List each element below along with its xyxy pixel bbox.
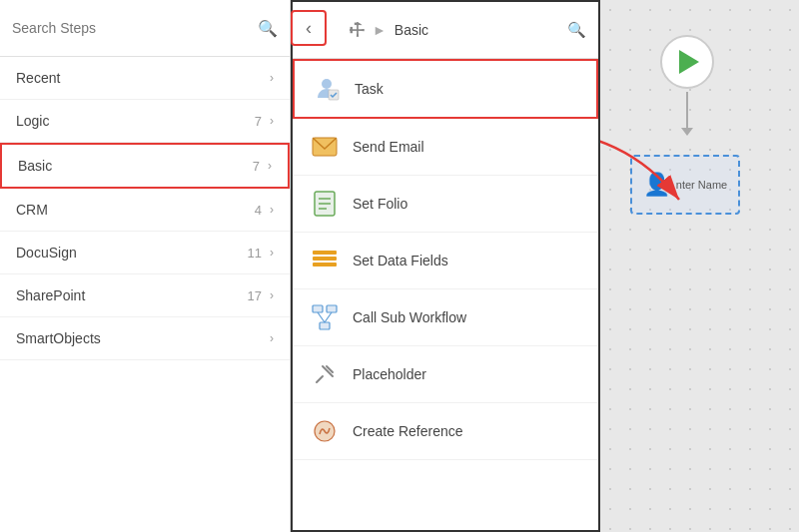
- toolbox-icon-set-data-fields: [311, 247, 339, 274]
- toolbox-panel: ⚒ ► Basic 🔍 Task Send Email Set Folio Se…: [291, 0, 600, 532]
- sidebar-item-sharepoint[interactable]: SharePoint17›: [0, 274, 290, 317]
- toolbox-item-call-sub-workflow[interactable]: Call Sub Workflow: [293, 289, 598, 346]
- toolbox-icon-set-folio: [311, 190, 339, 218]
- sidebar-item-label-logic: Logic: [16, 113, 49, 129]
- sidebar-item-basic[interactable]: Basic7›: [0, 143, 290, 189]
- sidebar-item-docusign[interactable]: DocuSign11›: [0, 232, 290, 274]
- sidebar-chevron-basic: ›: [268, 159, 272, 173]
- toolbox-item-list: Task Send Email Set Folio Set Data Field…: [293, 59, 598, 460]
- toolbox-search-icon[interactable]: 🔍: [567, 21, 586, 39]
- sidebar-item-logic[interactable]: Logic7›: [0, 100, 290, 143]
- sidebar-item-label-recent: Recent: [16, 70, 60, 86]
- toolbox-toggle-button[interactable]: ‹: [291, 10, 327, 46]
- svg-line-13: [318, 312, 325, 322]
- sidebar-chevron-logic: ›: [270, 114, 274, 128]
- search-input[interactable]: [12, 20, 258, 36]
- sidebar-badge-sharepoint: 17: [248, 288, 262, 303]
- breadcrumb-separator: ►: [373, 22, 387, 38]
- sidebar-badge-docusign: 11: [248, 246, 262, 261]
- arrow-down-icon: [681, 128, 693, 136]
- sidebar-item-list: Recent›Logic7›Basic7›CRM4›DocuSign11›Sha…: [0, 57, 290, 360]
- toolbox-item-send-email[interactable]: Send Email: [293, 119, 598, 176]
- canvas-inner: 👤 nter Name: [600, 0, 799, 532]
- svg-rect-11: [327, 305, 337, 312]
- play-button[interactable]: [660, 35, 714, 89]
- play-icon: [679, 50, 699, 74]
- toolbox-item-label-create-reference: Create Reference: [353, 423, 463, 439]
- sidebar-item-recent[interactable]: Recent›: [0, 57, 290, 100]
- toolbox-item-label-send-email: Send Email: [353, 139, 424, 155]
- sidebar-badge-crm: 4: [255, 203, 262, 218]
- svg-point-0: [322, 79, 332, 89]
- toolbox-item-set-data-fields[interactable]: Set Data Fields: [293, 233, 598, 289]
- svg-rect-10: [313, 305, 323, 312]
- sidebar-badge-basic: 7: [253, 159, 260, 174]
- toolbox-header: ⚒ ► Basic 🔍: [293, 2, 598, 59]
- sidebar-chevron-docusign: ›: [270, 246, 274, 260]
- sidebar-chevron-smartobjects: ›: [270, 331, 274, 345]
- sidebar-chevron-sharepoint: ›: [270, 288, 274, 302]
- toolbox-icon-send-email: [311, 133, 339, 161]
- toolbox-item-placeholder[interactable]: Placeholder: [293, 346, 598, 403]
- toolbox-icon-call-sub-workflow: [311, 303, 339, 331]
- sidebar-item-label-crm: CRM: [16, 202, 48, 218]
- toolbox-breadcrumb: Basic: [395, 22, 428, 38]
- sidebar-item-crm[interactable]: CRM4›: [0, 189, 290, 232]
- toolbox-title-area: ⚒ ► Basic: [349, 19, 559, 41]
- sidebar-item-label-basic: Basic: [18, 158, 52, 174]
- toolbox-icon-task: [313, 75, 341, 103]
- svg-rect-9: [313, 263, 337, 266]
- toolbox-item-label-set-folio: Set Folio: [353, 196, 407, 212]
- node-task-icon: 👤: [643, 172, 670, 198]
- toolbox-icon-create-reference: [311, 417, 339, 445]
- svg-rect-12: [320, 322, 330, 329]
- connector-line: [686, 92, 688, 132]
- toolbox-item-label-set-data-fields: Set Data Fields: [353, 253, 448, 268]
- sidebar-item-smartobjects[interactable]: SmartObjects›: [0, 317, 290, 360]
- search-icon: 🔍: [258, 19, 278, 38]
- svg-line-14: [325, 312, 332, 322]
- search-bar: 🔍: [0, 0, 290, 57]
- toolbox-icon-placeholder: [311, 360, 339, 388]
- workflow-node[interactable]: 👤 nter Name: [630, 155, 740, 215]
- wrench-icon: ⚒: [344, 17, 371, 44]
- sidebar-chevron-recent: ›: [270, 71, 274, 85]
- sidebar-badge-logic: 7: [255, 114, 262, 129]
- toolbox-item-create-reference[interactable]: Create Reference: [293, 403, 598, 460]
- sidebar-item-label-docusign: DocuSign: [16, 245, 77, 261]
- sidebar: 🔍 Recent›Logic7›Basic7›CRM4›DocuSign11›S…: [0, 0, 291, 532]
- sidebar-chevron-crm: ›: [270, 203, 274, 217]
- node-label: nter Name: [676, 179, 727, 191]
- sidebar-item-label-smartobjects: SmartObjects: [16, 330, 101, 346]
- toolbox-item-label-call-sub-workflow: Call Sub Workflow: [353, 309, 466, 325]
- svg-rect-8: [313, 257, 337, 261]
- canvas: 👤 nter Name: [600, 0, 799, 532]
- toolbox-item-set-folio[interactable]: Set Folio: [293, 176, 598, 233]
- toolbox-item-label-placeholder: Placeholder: [353, 366, 426, 382]
- toolbox-item-task[interactable]: Task: [293, 59, 598, 119]
- svg-rect-7: [313, 251, 337, 255]
- toolbox-item-label-task: Task: [355, 81, 384, 97]
- sidebar-item-label-sharepoint: SharePoint: [16, 287, 85, 303]
